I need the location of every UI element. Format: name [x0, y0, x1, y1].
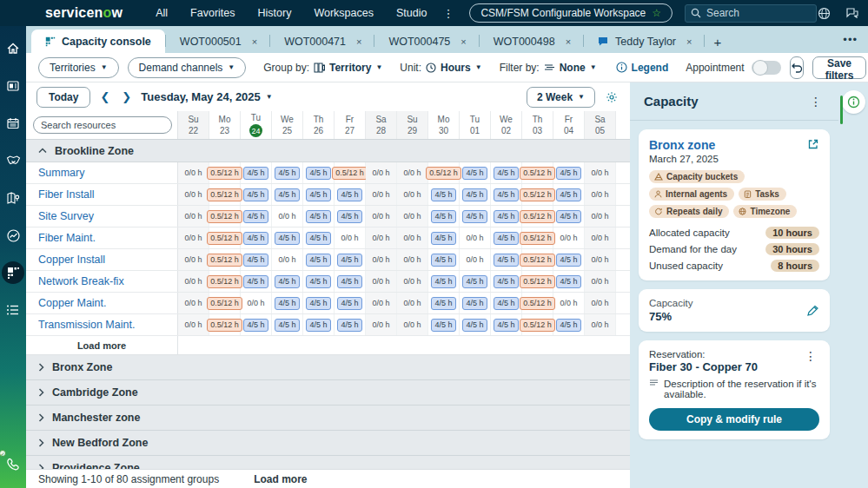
capacity-cell[interactable]: 4/5 h	[491, 293, 522, 313]
capacity-cell[interactable]: 0/0 h	[366, 162, 397, 183]
capacity-cell[interactable]: 0.5/12 h	[335, 162, 366, 183]
capacity-cell[interactable]: 0/0 h	[178, 314, 209, 335]
capacity-cell[interactable]: 4/5 h	[272, 184, 303, 205]
capacity-cell[interactable]: 4/5 h	[303, 184, 335, 205]
close-tab-icon[interactable]: ×	[562, 35, 574, 49]
capacity-cell[interactable]: 4/5 h	[491, 162, 522, 183]
capacity-cell[interactable]: 4/5 h	[491, 249, 522, 270]
group-header-providence-zone[interactable]: Providence Zone	[26, 456, 630, 469]
close-tab-icon[interactable]: ×	[457, 35, 469, 49]
demand-channels-dropdown[interactable]: Demand channels▼	[128, 57, 247, 78]
capacity-cell[interactable]: 4/5 h	[335, 314, 366, 335]
capacity-cell[interactable]: 4/5 h	[241, 162, 272, 183]
capacity-cell[interactable]: 4/5 h	[428, 228, 460, 248]
capacity-cell[interactable]: 4/5 h	[303, 228, 335, 248]
panel-info-toggle-button[interactable]	[842, 90, 865, 114]
capacity-cell[interactable]: 0.5/12 h	[522, 206, 553, 227]
capacity-cell[interactable]: 4/5 h	[241, 314, 272, 335]
capacity-cell[interactable]: 4/5 h	[553, 206, 585, 227]
territory-map-icon[interactable]	[2, 187, 24, 209]
capacity-cell[interactable]: 0/0 h	[272, 249, 303, 270]
tab-wot000475[interactable]: WOT000475×	[374, 30, 478, 53]
edit-capacity-pen-icon[interactable]	[806, 304, 819, 317]
capacity-cell[interactable]: 0/0 h	[585, 228, 616, 248]
nav-item-studio[interactable]: Studio	[396, 7, 427, 19]
capacity-cell[interactable]: 0/0 h	[178, 206, 209, 227]
capacity-cell[interactable]: 4/5 h	[460, 293, 491, 313]
capacity-cell[interactable]: 0/0 h	[366, 271, 397, 292]
load-more-resources-link[interactable]: Load more	[26, 336, 178, 354]
capacity-cell[interactable]: 4/5 h	[460, 162, 491, 183]
capacity-cell[interactable]: 4/5 h	[553, 249, 585, 270]
capacity-cell[interactable]: 4/5 h	[553, 314, 585, 335]
load-more-groups-link[interactable]: Load more	[254, 473, 307, 485]
capacity-cell[interactable]: 4/5 h	[428, 271, 460, 292]
capacity-cell[interactable]: 0.5/12 h	[522, 184, 553, 205]
capacity-cell[interactable]: 0.5/12 h	[522, 249, 553, 270]
capacity-cell[interactable]: 4/5 h	[553, 271, 585, 292]
capacity-cell[interactable]: 0/0 h	[585, 249, 616, 270]
capacity-cell[interactable]: 4/5 h	[241, 206, 272, 227]
capacity-cell[interactable]: 4/5 h	[460, 271, 491, 292]
handshake-icon[interactable]	[2, 149, 24, 172]
capacity-cell[interactable]: 4/5 h	[241, 271, 272, 292]
global-search[interactable]	[685, 4, 817, 23]
capacity-cell[interactable]: 0/0 h	[397, 184, 428, 205]
capacity-cell[interactable]: 0/0 h	[585, 162, 616, 183]
capacity-cell[interactable]: 4/5 h	[491, 228, 522, 248]
capacity-cell[interactable]: 0/0 h	[397, 293, 428, 313]
tab-overflow-menu[interactable]: •••	[843, 33, 858, 46]
capacity-cell[interactable]: 0/0 h	[585, 206, 616, 227]
capacity-cell[interactable]: 0.5/12 h	[209, 184, 241, 205]
capacity-cell[interactable]: 0/0 h	[366, 184, 397, 205]
capacity-cell[interactable]: 0.5/12 h	[522, 228, 553, 248]
panel-kebab-menu-icon[interactable]: ⋮	[807, 95, 825, 109]
capacity-cell[interactable]: 0.5/12 h	[209, 314, 241, 335]
capacity-cell[interactable]: 0.5/12 h	[209, 228, 241, 248]
capacity-cell[interactable]: 0/0 h	[335, 228, 366, 248]
previous-period-icon[interactable]: ❮	[97, 90, 112, 103]
resource-link[interactable]: Summary	[26, 162, 178, 183]
capacity-cell[interactable]: 4/5 h	[460, 184, 491, 205]
capacity-cell[interactable]: 4/5 h	[428, 293, 460, 313]
capacity-cell[interactable]: 0/0 h	[585, 271, 616, 292]
capacity-cell[interactable]: 0.5/12 h	[522, 271, 553, 292]
group-header-manchester-zone[interactable]: Manchester zone	[26, 406, 630, 431]
capacity-cell[interactable]: 4/5 h	[335, 271, 366, 292]
tab-wot000501[interactable]: WOT000501×	[166, 30, 269, 53]
capacity-cell[interactable]: 4/5 h	[491, 314, 522, 335]
capacity-cell[interactable]: 0/0 h	[241, 293, 272, 313]
globe-icon[interactable]	[817, 6, 831, 20]
capacity-cell[interactable]: 4/5 h	[491, 271, 522, 292]
capacity-cell[interactable]: 0.5/12 h	[522, 314, 553, 335]
capacity-cell[interactable]: 4/5 h	[335, 206, 366, 227]
chat-icon[interactable]	[845, 6, 859, 20]
resource-link[interactable]: Fiber Install	[26, 184, 178, 205]
capacity-cell[interactable]: 0/0 h	[366, 206, 397, 227]
capacity-cell[interactable]: 4/5 h	[303, 206, 335, 227]
phone-icon[interactable]: ✓	[2, 453, 24, 476]
capacity-cell[interactable]: 4/5 h	[303, 162, 335, 183]
capacity-cell[interactable]: 0/0 h	[397, 249, 428, 270]
capacity-cell[interactable]: 4/5 h	[553, 162, 585, 183]
capacity-cell[interactable]: 0.5/12 h	[209, 293, 241, 313]
capacity-console-icon[interactable]	[2, 261, 24, 284]
capacity-cell[interactable]: 4/5 h	[272, 293, 303, 313]
capacity-cell[interactable]: 0/0 h	[553, 228, 585, 248]
list-menu-icon[interactable]	[2, 299, 24, 321]
zone-link[interactable]: Bronx zone	[649, 138, 715, 152]
capacity-cell[interactable]: 0/0 h	[178, 228, 209, 248]
capacity-cell[interactable]: 4/5 h	[491, 184, 522, 205]
capacity-cell[interactable]: 0/0 h	[366, 314, 397, 335]
capacity-cell[interactable]: 4/5 h	[303, 293, 335, 313]
close-tab-icon[interactable]: ×	[683, 35, 695, 49]
resource-link[interactable]: Fiber Maint.	[26, 228, 178, 248]
nav-item-history[interactable]: History	[258, 7, 292, 19]
close-tab-icon[interactable]: ×	[248, 35, 261, 49]
dashboard-chart-icon[interactable]	[2, 224, 24, 247]
capacity-cell[interactable]: 0.5/12 h	[522, 293, 553, 313]
resource-link[interactable]: Network Break-fix	[26, 271, 178, 292]
resource-link[interactable]: Site Survey	[26, 206, 178, 227]
capacity-cell[interactable]: 4/5 h	[428, 314, 460, 335]
undo-button[interactable]	[790, 56, 804, 79]
